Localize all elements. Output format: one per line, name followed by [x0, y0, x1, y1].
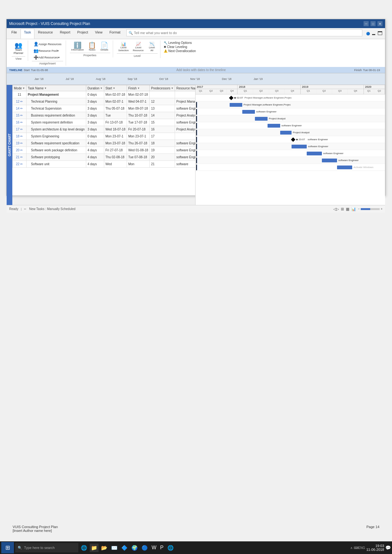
- details-button[interactable]: 📄 Details: [99, 41, 110, 52]
- minimize-button[interactable]: ─: [364, 21, 369, 26]
- row-19-resource: software Engineer: [175, 140, 196, 147]
- gantt-bar-indicator-18: [196, 137, 199, 142]
- pencil-icon: 22 ✏: [16, 162, 23, 166]
- col-header-duration[interactable]: Duration ▼: [86, 85, 104, 91]
- col-header-task-name[interactable]: Task Name ▼: [26, 85, 86, 91]
- timeline-start-date: Tue 01-05-98: [31, 69, 48, 72]
- ribbon-tabs: File Task Resource Report Project View F…: [7, 28, 385, 39]
- assign-resources-button[interactable]: 👤 Assign Resources: [32, 41, 63, 47]
- tab-project[interactable]: Project: [74, 29, 91, 39]
- status-icon-expand[interactable]: ⊞: [341, 207, 344, 211]
- table-row: 20 ✏ Software work package definition 4 …: [13, 147, 196, 154]
- timeline-finish-label: Finish: [354, 69, 362, 72]
- tab-report[interactable]: Report: [56, 29, 74, 39]
- information-button[interactable]: ℹ️ Information: [70, 41, 86, 52]
- taskbar-icon-word[interactable]: W: [150, 544, 158, 552]
- app-title: Microsoft Project - VUIS Consulting Proj…: [9, 21, 90, 26]
- taskbar-icon-app5[interactable]: P: [159, 544, 165, 552]
- gantt-label-16: software Engineer: [281, 124, 302, 127]
- row-18-start: Mon 23-07-1: [104, 133, 127, 140]
- footer-author: [Insert Author name here]: [13, 529, 58, 533]
- row-18-finish: Mon 23-07-1: [127, 133, 149, 140]
- row-20-resource: software Engineer: [175, 147, 196, 154]
- level-all-button[interactable]: 📉 LevelAll: [146, 41, 158, 53]
- pencil-icon: 12 ✏: [16, 100, 23, 103]
- team-planner-button[interactable]: 👥 TeamPlanner: [12, 41, 25, 56]
- level-selection-button[interactable]: 📊 LevelSelection: [117, 41, 130, 53]
- taskbar: ⊞ 🔍 Type here to search 🌐 📁 📂 ✉️ 🔷 🌍 🔵 W…: [0, 541, 392, 554]
- status-icon-grid[interactable]: ▦: [346, 207, 349, 211]
- taskbar-search-area[interactable]: 🔍 Type here to search: [15, 543, 78, 552]
- row-17-name: System architecture & top level design: [26, 126, 86, 133]
- gantt-bar-12: [230, 103, 242, 107]
- tray-icon-1[interactable]: ∧: [350, 546, 353, 550]
- main-content: GANTT CHART Mode ▼ Task Name ▼ Duration …: [7, 85, 385, 205]
- taskbar-icon-app4[interactable]: 🔵: [140, 544, 149, 552]
- zoom-plus[interactable]: +: [381, 207, 383, 211]
- q4-2018: Q4: [285, 89, 300, 94]
- taskbar-notification[interactable]: 💬: [385, 545, 391, 550]
- timeline-month-aug18: Aug '18: [96, 77, 105, 81]
- gantt-bar-indicator-19: [196, 144, 199, 149]
- pencil-icon: 19 ✏: [16, 142, 23, 145]
- row-16-mode: 16 ✏: [13, 119, 27, 126]
- level-resource-button[interactable]: 📈 LevelResource: [131, 41, 145, 53]
- col-header-resource[interactable]: Resource Names ▼: [175, 85, 196, 91]
- ribbon-expand-icon[interactable]: 🗖: [377, 31, 383, 36]
- taskbar-icon-1[interactable]: 🌐: [80, 544, 88, 552]
- tab-file[interactable]: File: [8, 29, 21, 39]
- add-resources-button[interactable]: ➕ Add Resources▾: [32, 54, 61, 60]
- taskbar-icon-app3[interactable]: 🌍: [130, 544, 139, 552]
- zoom-slider[interactable]: [361, 208, 380, 210]
- status-icon-1[interactable]: ◁▷: [333, 207, 339, 211]
- pool-icon: 👥: [33, 49, 39, 53]
- leveling-options-item[interactable]: 🔧 Leveling Options: [164, 41, 192, 45]
- next-overallocation-label: Next Overallocation: [168, 49, 196, 53]
- tab-view[interactable]: View: [92, 29, 106, 39]
- row-21-start: Thu 02-08-18: [104, 154, 127, 161]
- taskbar-icon-browser[interactable]: 🌐: [166, 544, 175, 552]
- q2-2017: Q2: [206, 89, 216, 94]
- zoom-minus[interactable]: −: [358, 207, 360, 211]
- notes-button[interactable]: 📋 Notes: [87, 41, 98, 52]
- year-2019-label: 2019: [301, 85, 364, 89]
- row-11-finish: Mon 02-07-18: [127, 91, 149, 98]
- window-controls[interactable]: ─ □ ✕: [364, 21, 383, 26]
- row-22-mode: 22 ✏: [13, 161, 27, 168]
- status-icon-chart[interactable]: 📊: [351, 207, 356, 211]
- gantt-bar-indicator-16: [196, 123, 199, 129]
- timeline-label: TIMELINE: [9, 69, 22, 72]
- taskbar-icon-mail[interactable]: ✉️: [110, 544, 119, 552]
- close-button[interactable]: ✕: [377, 21, 383, 26]
- gantt-row-12: Project Manager,software Engineer,Projec: [196, 101, 385, 108]
- tab-task[interactable]: Task: [21, 29, 35, 39]
- taskbar-icon-project[interactable]: 📁: [90, 544, 99, 552]
- resource-pool-button[interactable]: 👥 Resource Pool▾: [32, 48, 60, 54]
- ribbon-user-controls[interactable]: 🔵 🗕 🗖: [365, 28, 384, 39]
- clear-leveling-item[interactable]: ✖ Clear Leveling: [164, 45, 187, 49]
- row-14-finish: Mon 09-07-18: [127, 105, 149, 112]
- timeline-month-jan19: Jan '19: [254, 77, 263, 81]
- col-header-finish[interactable]: Finish ▼: [127, 85, 149, 91]
- row-19-name: Software requirement specification: [26, 140, 86, 147]
- col-header-start[interactable]: Start ▼: [104, 85, 127, 91]
- col-header-predecessors[interactable]: Predecessors ▼: [150, 85, 175, 91]
- maximize-button[interactable]: □: [371, 21, 376, 26]
- row-17-mode: 17 ✏: [13, 126, 27, 133]
- timeline-month-jan18: Jan '18: [34, 77, 44, 81]
- clock-time: 19:03: [366, 544, 384, 548]
- row-12-mode: 12 ✏: [13, 98, 27, 105]
- gantt-label-14: software Engineer: [256, 110, 276, 113]
- ribbon-search-input[interactable]: [126, 29, 362, 36]
- next-overallocation-item[interactable]: ⚠️ Next Overallocation: [164, 49, 196, 53]
- tab-format[interactable]: Format: [106, 29, 124, 39]
- row-16-name: System requirement definition: [26, 119, 86, 126]
- taskbar-icon-app2[interactable]: 🔷: [120, 544, 129, 552]
- col-header-mode[interactable]: Mode ▼: [13, 85, 27, 91]
- q1-2019: Q1: [301, 89, 317, 94]
- start-button[interactable]: ⊞: [1, 542, 14, 553]
- q3-2017: Q3: [216, 89, 227, 94]
- ribbon-minimize-icon[interactable]: 🗕: [371, 31, 376, 36]
- taskbar-icon-explorer[interactable]: 📂: [100, 544, 109, 552]
- tab-resource[interactable]: Resource: [34, 29, 56, 39]
